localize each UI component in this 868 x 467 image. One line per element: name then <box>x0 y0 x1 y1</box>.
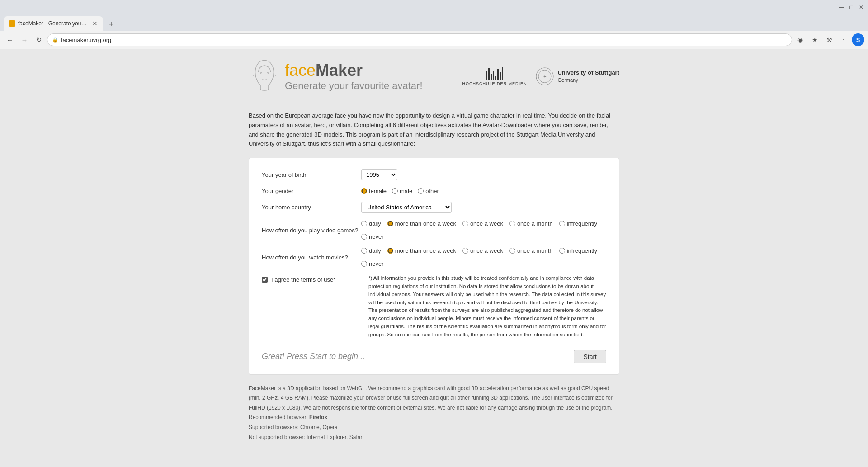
lock-icon: 🔒 <box>52 37 58 43</box>
browser-tabs: faceMaker - Generate your favo... ✕ + <box>0 14 868 31</box>
vg-never-radio[interactable] <box>361 234 367 240</box>
hdm-bar-1 <box>486 71 487 80</box>
vg-once-week-option[interactable]: once a week <box>462 220 503 227</box>
svg-text:✦: ✦ <box>543 74 547 79</box>
logo-face-part: face <box>285 61 316 80</box>
year-of-birth-label: Your year of birth <box>262 171 361 178</box>
mv-daily-radio[interactable] <box>361 248 367 254</box>
vg-never-option[interactable]: never <box>361 233 384 240</box>
back-button[interactable]: ← <box>4 33 16 46</box>
footer-supported-label: Supported browsers: <box>249 424 300 430</box>
mv-once-week-option[interactable]: once a week <box>462 247 503 254</box>
country-control-area: United States of America United Kingdom … <box>361 202 606 213</box>
gender-male-label: male <box>400 188 412 194</box>
mv-once-month-radio[interactable] <box>509 248 515 254</box>
year-select[interactable]: 1995 1990 1985 1980 2000 2005 <box>361 169 397 180</box>
active-tab[interactable]: faceMaker - Generate your favo... ✕ <box>4 16 103 31</box>
profile-avatar[interactable]: S <box>852 33 864 46</box>
mv-never-option[interactable]: never <box>361 260 384 267</box>
start-button[interactable]: Start <box>574 350 606 363</box>
menu-icon[interactable]: ⋮ <box>837 33 850 46</box>
video-games-label: How often do you play video games? <box>262 227 361 234</box>
mv-infrequently-option[interactable]: infrequently <box>559 247 597 254</box>
mv-never-label: never <box>369 260 384 267</box>
vg-daily-radio[interactable] <box>361 221 367 226</box>
vg-once-week-radio[interactable] <box>462 221 468 226</box>
header-divider <box>249 104 619 104</box>
mv-once-week-plus-radio[interactable] <box>387 248 393 254</box>
hdm-text: HOCHSCHULE DER MEDIEN <box>462 81 527 86</box>
uni-country: Germany <box>557 77 619 84</box>
country-select[interactable]: United States of America United Kingdom … <box>361 202 452 213</box>
uni-name: University of Stuttgart <box>557 69 619 77</box>
toolbar-icons: ◉ ★ ⚒ ⋮ S <box>794 33 864 46</box>
mv-daily-label: daily <box>369 247 381 254</box>
mv-once-week-plus-label: more than once a week <box>395 247 456 254</box>
main-container: faceMaker Generate your favourite avatar… <box>249 58 619 442</box>
mv-infrequently-radio[interactable] <box>559 248 565 254</box>
year-control-area: 1995 1990 1985 1980 2000 2005 <box>361 169 606 180</box>
gender-other-radio[interactable] <box>418 188 424 194</box>
terms-checkbox[interactable] <box>262 277 268 283</box>
svg-point-1 <box>267 72 269 74</box>
hdm-bar-7 <box>500 72 501 80</box>
logo-subtitle: Generate your favourite avatar! <box>285 80 423 92</box>
hdm-bars <box>486 67 503 80</box>
vg-once-week-plus-label: more than once a week <box>395 220 456 227</box>
terms-label: I agree the terms of use* <box>271 276 335 283</box>
gender-other-option[interactable]: other <box>418 188 439 194</box>
vg-once-week-plus-radio[interactable] <box>387 221 393 226</box>
hdm-bar-5 <box>495 76 496 80</box>
vg-once-month-label: once a month <box>517 220 553 227</box>
vg-once-week-plus-option[interactable]: more than once a week <box>387 220 456 227</box>
reload-button[interactable]: ↻ <box>33 33 45 46</box>
gender-male-option[interactable]: male <box>392 188 412 194</box>
gender-male-radio[interactable] <box>392 188 398 194</box>
terms-text: *) All information you provide in this s… <box>368 274 606 339</box>
extensions-icon[interactable]: ◉ <box>794 33 807 46</box>
address-bar[interactable]: 🔒 facemaker.uvrg.org <box>47 33 792 46</box>
vg-daily-label: daily <box>369 220 381 227</box>
bookmark-icon[interactable]: ★ <box>808 33 821 46</box>
bottom-bar: Great! Press Start to begin... Start <box>262 346 606 363</box>
vg-daily-option[interactable]: daily <box>361 220 381 227</box>
mv-once-week-radio[interactable] <box>462 248 468 254</box>
terms-row: I agree the terms of use* *) All informa… <box>262 274 606 339</box>
logo-title: faceMaker <box>285 61 423 80</box>
hdm-bar-2 <box>488 68 490 80</box>
tab-close-icon[interactable]: ✕ <box>92 20 98 27</box>
mv-once-month-option[interactable]: once a month <box>509 247 553 254</box>
gender-female-option[interactable]: female <box>361 188 387 194</box>
restore-button[interactable]: ◻ <box>848 4 854 10</box>
mv-once-month-label: once a month <box>517 247 553 254</box>
forward-button[interactable]: → <box>18 33 31 46</box>
footer-line1: FaceMaker is a 3D application based on W… <box>249 384 619 413</box>
unistuttgart-logo: ✦ University of Stuttgart Germany <box>536 67 619 85</box>
vg-once-month-option[interactable]: once a month <box>509 220 553 227</box>
gender-female-label: female <box>369 188 387 194</box>
vg-infrequently-option[interactable]: infrequently <box>559 220 597 227</box>
vg-once-month-radio[interactable] <box>509 221 515 226</box>
mv-never-radio[interactable] <box>361 261 367 267</box>
hdm-bar-8 <box>502 67 503 80</box>
footer-recommended: Recommended browser: Firefox <box>249 413 619 423</box>
press-start-text: Great! Press Start to begin... <box>262 352 365 361</box>
site-footer: FaceMaker is a 3D application based on W… <box>249 384 619 443</box>
new-tab-button[interactable]: + <box>105 18 118 31</box>
footer-not-supported-value: Internet Explorer, Safari <box>307 434 363 440</box>
mv-daily-option[interactable]: daily <box>361 247 381 254</box>
video-games-row: How often do you play video games? daily… <box>262 220 606 240</box>
browser-chrome: ― ◻ ✕ faceMaker - Generate your favo... … <box>0 0 868 49</box>
minimize-button[interactable]: ― <box>838 4 844 10</box>
gender-female-radio[interactable] <box>361 188 367 194</box>
puzzle-icon[interactable]: ⚒ <box>823 33 835 46</box>
tab-title: faceMaker - Generate your favo... <box>18 20 88 27</box>
movies-row: How often do you watch movies? daily mor… <box>262 247 606 267</box>
mv-once-week-plus-option[interactable]: more than once a week <box>387 247 456 254</box>
vg-infrequently-radio[interactable] <box>559 221 565 226</box>
site-header: faceMaker Generate your favourite avatar… <box>249 58 619 94</box>
gender-control-area: female male other <box>361 188 606 194</box>
window-controls: ― ◻ ✕ <box>838 4 864 10</box>
close-button[interactable]: ✕ <box>858 4 864 10</box>
uni-text-area: University of Stuttgart Germany <box>557 69 619 84</box>
